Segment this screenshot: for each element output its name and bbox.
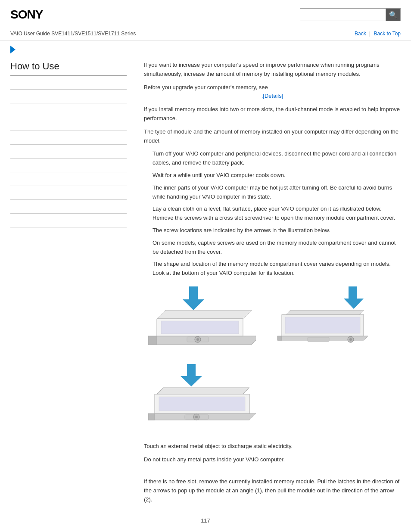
note-4: Lay a clean cloth on a level, flat surfa… — [153, 205, 401, 223]
list-item[interactable] — [10, 172, 127, 186]
svg-point-26 — [195, 416, 198, 418]
list-item[interactable] — [10, 76, 127, 90]
list-item[interactable] — [10, 186, 127, 200]
nav-separator: | — [369, 31, 371, 37]
list-item[interactable] — [10, 131, 127, 145]
back-link[interactable]: Back — [355, 31, 366, 37]
svg-point-17 — [349, 338, 352, 341]
breadcrumb — [0, 40, 411, 56]
header: SONY 🔍 — [0, 0, 411, 27]
nav-links: Back | Back to Top — [355, 31, 401, 37]
laptop-diagram-1 — [144, 286, 256, 360]
list-item[interactable] — [10, 117, 127, 131]
paragraph-4: The type of module and the amount of mem… — [144, 128, 401, 146]
paragraph-5: If there is no free slot, remove the cur… — [144, 477, 401, 504]
search-button[interactable]: 🔍 — [386, 8, 401, 21]
sony-logo: SONY — [10, 8, 43, 22]
back-to-top-link[interactable]: Back to Top — [374, 31, 401, 37]
svg-marker-12 — [277, 336, 282, 340]
list-item[interactable] — [10, 159, 127, 172]
guide-title: VAIO User Guide SVE1411/SVE1511/SVE1711 … — [10, 31, 136, 37]
note-block: Turn off your VAIO computer and peripher… — [153, 149, 401, 278]
svg-marker-14 — [285, 317, 360, 333]
list-item[interactable] — [10, 227, 127, 241]
note-7: The shape and location of the memory mod… — [153, 260, 401, 278]
svg-rect-15 — [308, 337, 329, 342]
laptop-diagram-2 — [269, 286, 368, 360]
list-item[interactable] — [10, 200, 127, 214]
note-9: Do not touch any metal parts inside your… — [144, 455, 401, 464]
svg-marker-10 — [286, 310, 364, 314]
page-footer: 117 — [0, 509, 411, 532]
sidebar-title: How to Use — [10, 61, 127, 76]
paragraph-2: Before you upgrade your computer's memor… — [144, 83, 401, 101]
search-icon: 🔍 — [389, 11, 398, 19]
page-number: 117 — [201, 517, 210, 524]
svg-marker-19 — [157, 388, 249, 394]
paragraph-1: If you want to increase your computer's … — [144, 61, 401, 79]
svg-marker-9 — [344, 286, 364, 309]
list-item[interactable] — [10, 214, 127, 227]
svg-marker-3 — [148, 336, 157, 345]
details-link[interactable]: .[Details] — [144, 92, 401, 101]
breadcrumb-arrow-icon — [10, 46, 16, 53]
svg-marker-21 — [148, 414, 155, 420]
svg-marker-23 — [159, 397, 245, 411]
list-item[interactable] — [10, 90, 127, 103]
list-item[interactable] — [10, 145, 127, 159]
main-content: How to Use If you want to increase your … — [0, 56, 411, 509]
illustrations — [144, 286, 401, 360]
laptop-diagram-3 — [144, 364, 401, 435]
svg-marker-5 — [161, 321, 239, 334]
search-area: 🔍 — [300, 8, 401, 21]
nav-bar: VAIO User Guide SVE1411/SVE1511/SVE1711 … — [0, 27, 411, 40]
svg-marker-18 — [181, 364, 202, 386]
search-input[interactable] — [300, 8, 386, 21]
list-item[interactable] — [10, 103, 127, 117]
svg-point-8 — [196, 338, 199, 341]
note-6: On some models, captive screws are used … — [153, 239, 401, 257]
note-1: Turn off your VAIO computer and peripher… — [153, 149, 401, 168]
note-2: Wait for a while until your VAIO compute… — [153, 171, 401, 180]
sidebar: How to Use — [10, 56, 135, 509]
note-3: The inner parts of your VAIO computer ma… — [153, 184, 401, 202]
svg-marker-0 — [183, 286, 204, 310]
svg-marker-1 — [157, 310, 252, 319]
note-5: The screw locations are indicated by the… — [153, 226, 401, 235]
note-8: Touch an external metal object to discha… — [144, 442, 401, 451]
content-area: If you want to increase your computer's … — [135, 56, 401, 509]
paragraph-3: If you install memory modules into two o… — [144, 105, 401, 123]
